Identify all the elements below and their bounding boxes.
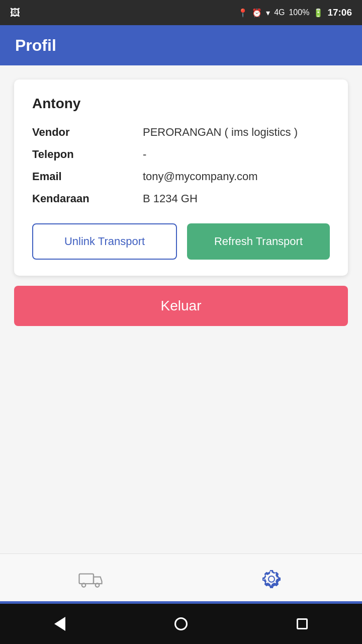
home-icon — [174, 617, 188, 630]
status-bar-left: 🖼 — [10, 7, 20, 19]
photo-icon: 🖼 — [10, 7, 20, 19]
label-kendaraan: Kendaraan — [32, 192, 143, 205]
bottom-nav — [0, 553, 362, 604]
refresh-transport-button[interactable]: Refresh Transport — [187, 223, 330, 260]
nav-item-transport[interactable] — [0, 570, 181, 589]
android-nav-bar — [0, 604, 362, 644]
label-vendor: Vendor — [32, 126, 143, 139]
svg-point-2 — [96, 583, 100, 587]
field-row-email: Email tony@mycompany.com — [32, 170, 330, 183]
home-button[interactable] — [174, 617, 188, 630]
field-row-vendor: Vendor PERORANGAN ( ims logistics ) — [32, 126, 330, 139]
nav-item-settings[interactable] — [181, 569, 362, 589]
content: Antony Vendor PERORANGAN ( ims logistics… — [0, 65, 362, 553]
keluar-button[interactable]: Keluar — [14, 286, 348, 326]
recents-button[interactable] — [297, 618, 308, 629]
truck-icon — [78, 570, 103, 589]
wifi-icon: ▾ — [266, 8, 270, 18]
battery-label: 100% — [289, 8, 309, 17]
time-label: 17:06 — [327, 7, 352, 18]
location-icon: 📍 — [238, 8, 248, 18]
label-telepon: Telepon — [32, 148, 143, 161]
svg-point-1 — [82, 583, 86, 587]
field-row-telepon: Telepon - — [32, 148, 330, 161]
value-telepon: - — [143, 148, 146, 161]
recents-icon — [297, 618, 308, 629]
profile-name: Antony — [32, 96, 330, 112]
profile-fields: Vendor PERORANGAN ( ims logistics ) Tele… — [32, 126, 330, 205]
app-bar-title: Profil — [15, 36, 56, 55]
unlink-transport-button[interactable]: Unlink Transport — [32, 223, 177, 260]
app-bar: Profil — [0, 25, 362, 65]
status-bar: 🖼 📍 ⏰ ▾ 4G 100% 🔋 17:06 — [0, 0, 362, 25]
network-label: 4G — [274, 8, 285, 17]
back-icon — [54, 617, 65, 631]
action-buttons: Unlink Transport Refresh Transport — [32, 223, 330, 260]
value-email: tony@mycompany.com — [143, 170, 258, 183]
alarm-icon: ⏰ — [252, 8, 262, 18]
profile-card: Antony Vendor PERORANGAN ( ims logistics… — [14, 79, 348, 276]
label-email: Email — [32, 170, 143, 183]
field-row-kendaraan: Kendaraan B 1234 GH — [32, 192, 330, 205]
status-bar-right: 📍 ⏰ ▾ 4G 100% 🔋 17:06 — [238, 7, 352, 18]
value-kendaraan: B 1234 GH — [143, 192, 198, 205]
battery-icon: 🔋 — [313, 8, 323, 18]
back-button[interactable] — [54, 617, 65, 631]
spacer — [14, 336, 348, 543]
gear-icon — [261, 569, 282, 589]
value-vendor: PERORANGAN ( ims logistics ) — [143, 126, 298, 139]
svg-rect-0 — [79, 574, 94, 584]
